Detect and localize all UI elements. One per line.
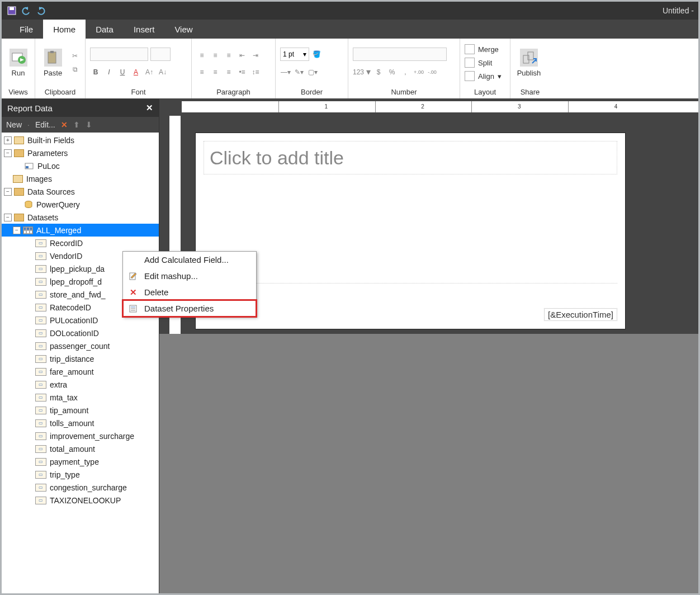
publish-button[interactable]: Publish	[515, 40, 543, 85]
tree-datasources[interactable]: −Data Sources	[2, 185, 159, 198]
tree-dataset-allmerged[interactable]: −ALL_Merged	[2, 224, 159, 237]
save-icon[interactable]	[6, 5, 17, 16]
border-style-icon[interactable]: —▾	[280, 67, 291, 78]
number-percent-icon[interactable]: %	[386, 67, 398, 78]
tree-param-item[interactable]: PuLoc	[2, 159, 159, 172]
tree-field[interactable]: ▭mta_tax	[2, 391, 159, 404]
run-button[interactable]: Run	[6, 40, 30, 85]
tree-field[interactable]: ▭RecordID	[2, 237, 159, 249]
number-comma-icon[interactable]: ,	[400, 67, 411, 78]
number-format-combo[interactable]	[353, 48, 447, 61]
indent-icon[interactable]: ⇥	[250, 50, 261, 61]
field-icon: ▭	[35, 497, 46, 504]
redo-icon[interactable]	[35, 5, 46, 16]
folder-icon	[14, 188, 24, 196]
align-button[interactable]: Align ▾	[465, 70, 502, 82]
field-icon: ▭	[35, 265, 46, 273]
number-123-icon[interactable]: 123	[353, 67, 364, 78]
new-button[interactable]: New	[6, 120, 22, 129]
ctx-add-calculated-field[interactable]: Add Calculated Field...	[123, 252, 256, 268]
tree-field[interactable]: ▭extra	[2, 378, 159, 391]
line-spacing-icon[interactable]: ↕≡	[250, 67, 261, 78]
tree-builtin-fields[interactable]: +Built-in Fields	[2, 134, 159, 147]
tree-datasets[interactable]: −Datasets	[2, 211, 159, 224]
border-weight-combo[interactable]: 1 pt▾	[280, 48, 309, 61]
tree-field[interactable]: ▭congestion_surcharge	[2, 481, 159, 494]
font-family-combo[interactable]	[90, 48, 148, 61]
bold-button[interactable]: B	[90, 67, 101, 78]
underline-button[interactable]: U	[117, 67, 128, 78]
field-icon: ▭	[35, 252, 46, 260]
tree-field[interactable]: ▭improvement_surcharge	[2, 429, 159, 442]
tree-parameters[interactable]: −Parameters	[2, 147, 159, 159]
border-pen-icon[interactable]: ✎▾	[294, 67, 305, 78]
ribbon: Run Views Paste ✂ ⧉ Clipboard	[2, 39, 698, 99]
report-data-tree[interactable]: +Built-in Fields −Parameters PuLoc Image…	[2, 133, 159, 593]
group-layout-label: Layout	[465, 88, 505, 97]
tree-field[interactable]: ▭trip_distance	[2, 352, 159, 365]
align-bottom-icon[interactable]: ≡	[223, 50, 234, 61]
field-icon: ▭	[35, 394, 46, 402]
tree-images[interactable]: Images	[2, 172, 159, 185]
bullets-icon[interactable]: •≡	[237, 67, 248, 78]
move-down-icon[interactable]: ⬇	[86, 120, 92, 129]
tab-insert[interactable]: Insert	[124, 20, 165, 39]
tree-field[interactable]: ▭total_amount	[2, 442, 159, 455]
ctx-edit-mashup[interactable]: Edit mashup...	[123, 268, 256, 284]
svg-rect-4	[48, 52, 56, 63]
outdent-icon[interactable]: ⇤	[237, 50, 248, 61]
shrink-font-button[interactable]: A↓	[157, 67, 168, 78]
delete-icon[interactable]: ✕	[61, 120, 68, 129]
font-size-combo[interactable]	[150, 48, 171, 61]
paste-button[interactable]: Paste	[40, 40, 66, 85]
number-dec-decimal-icon[interactable]: -.00	[427, 67, 438, 78]
field-icon: ▭	[35, 368, 46, 376]
tree-field[interactable]: ▭fare_amount	[2, 365, 159, 378]
table-icon	[23, 226, 33, 234]
edit-button[interactable]: Edit...	[35, 120, 55, 129]
merge-button[interactable]: Merge	[465, 43, 502, 55]
ctx-dataset-properties[interactable]: Dataset Properties	[123, 300, 256, 317]
ctx-delete[interactable]: ✕ Delete	[123, 284, 256, 300]
field-icon: ▭	[35, 239, 46, 247]
tab-home[interactable]: Home	[43, 20, 86, 39]
field-icon: ▭	[35, 458, 46, 466]
move-up-icon[interactable]: ⬆	[73, 120, 80, 129]
align-left-icon[interactable]: ≡	[196, 67, 207, 78]
tree-field[interactable]: ▭TAXIZONELOOKUP	[2, 494, 159, 507]
tree-datasource-item[interactable]: PowerQuery	[2, 198, 159, 211]
cut-icon[interactable]: ✂	[69, 50, 81, 62]
undo-icon[interactable]	[21, 5, 32, 16]
blank-icon	[127, 254, 139, 266]
tree-field[interactable]: ▭tip_amount	[2, 404, 159, 417]
italic-button[interactable]: I	[103, 67, 115, 78]
align-top-icon[interactable]: ≡	[196, 50, 207, 61]
tab-data[interactable]: Data	[86, 20, 124, 39]
split-button[interactable]: Split	[465, 56, 502, 69]
tab-file[interactable]: File	[10, 20, 43, 39]
tree-field[interactable]: ▭trip_type	[2, 468, 159, 481]
properties-icon	[127, 303, 139, 314]
close-icon[interactable]: ✕	[146, 103, 153, 113]
tree-field[interactable]: ▭tolls_amount	[2, 417, 159, 429]
grow-font-button[interactable]: A↑	[144, 67, 155, 78]
number-currency-icon[interactable]: $	[373, 67, 384, 78]
number-inc-decimal-icon[interactable]: +.00	[413, 67, 424, 78]
align-center-icon[interactable]: ≡	[210, 67, 221, 78]
tree-field[interactable]: ▭payment_type	[2, 455, 159, 468]
align-middle-icon[interactable]: ≡	[210, 50, 221, 61]
border-preset-icon[interactable]: ▢▾	[307, 67, 318, 78]
tree-field[interactable]: ▭DOLocationID	[2, 327, 159, 339]
align-right-icon[interactable]: ≡	[223, 67, 234, 78]
merge-icon	[465, 44, 475, 54]
report-page[interactable]: Click to add title [&ExecutionTime]	[195, 133, 626, 329]
border-color-icon[interactable]: 🪣	[311, 49, 322, 60]
tab-view[interactable]: View	[164, 20, 202, 39]
split-icon	[465, 58, 475, 68]
title-placeholder[interactable]: Click to add title	[204, 141, 617, 174]
copy-icon[interactable]: ⧉	[69, 64, 81, 75]
execution-time-field[interactable]: [&ExecutionTime]	[544, 308, 617, 321]
font-color-button[interactable]: A	[130, 67, 141, 78]
group-clipboard-label: Clipboard	[40, 88, 81, 97]
tree-field[interactable]: ▭passenger_count	[2, 339, 159, 352]
